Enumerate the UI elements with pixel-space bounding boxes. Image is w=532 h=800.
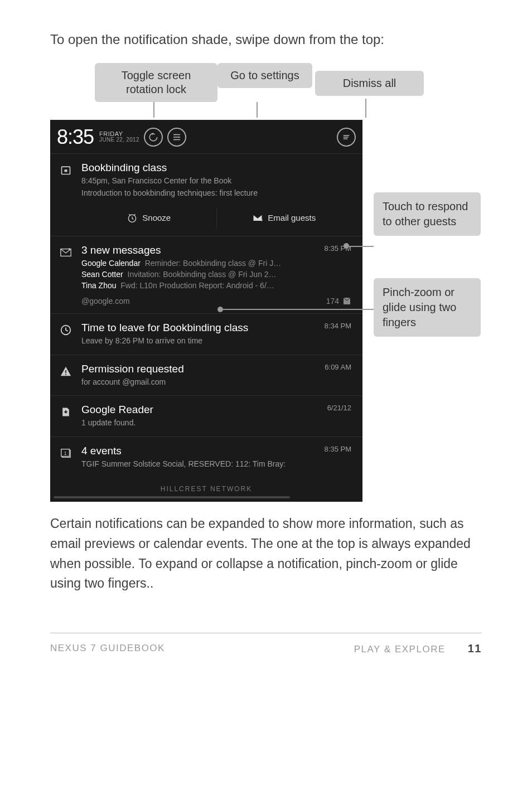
svg-point-1 [178, 137, 179, 138]
callout-go-to-settings: Go to settings [217, 63, 312, 88]
intro-text: To open the notification shade, swipe do… [50, 30, 482, 50]
scroll-indicator [54, 496, 290, 498]
msg-preview: Fwd: L10n Production Report: Android - 6… [120, 281, 274, 290]
dismiss-all-icon[interactable] [337, 128, 356, 147]
notification-subtitle: 8:45pm, San Francisco Center for the Boo… [81, 176, 351, 187]
connector-line [365, 99, 366, 118]
notification-gmail[interactable]: 3 new messages 8:35 PM Google Calendar R… [50, 236, 362, 313]
svg-point-0 [174, 134, 175, 135]
snooze-button[interactable]: Snooze [81, 208, 217, 228]
notification-subtitle: 1 update found. [81, 418, 351, 429]
connector-line [223, 309, 374, 310]
email-guests-button[interactable]: Email guests [217, 208, 352, 228]
notification-title: 4 events [81, 445, 122, 457]
notification-shade-screenshot: 8:35 FRIDAY JUNE 22, 2012 [50, 120, 362, 502]
email-guests-label: Email guests [268, 213, 316, 222]
svg-text:1: 1 [64, 451, 67, 456]
msg-sender: Google Calendar [81, 259, 141, 268]
rotation-lock-icon[interactable] [144, 128, 163, 147]
footer-page-number: 11 [468, 642, 482, 655]
notification-title: Google Reader [81, 404, 153, 416]
notification-subtitle: TGIF Summer Solstice Social, RESERVED: 1… [81, 459, 351, 470]
download-icon [60, 406, 72, 418]
notification-title: Time to leave for Bookbinding class [81, 322, 248, 334]
mail-icon [342, 298, 351, 304]
network-label: HILLCREST NETWORK [50, 477, 362, 496]
callout-dismiss-all: Dismiss all [315, 71, 424, 96]
callout-rotation-lock: Toggle screen rotation lock [95, 63, 217, 102]
notification-google-reader[interactable]: Google Reader 6/21/12 1 update found. [50, 395, 362, 437]
callout-touch-respond: Touch to respond to other guests [374, 192, 481, 236]
callout-pinch-zoom: Pinch-zoom or glide using two fingers [374, 278, 481, 337]
notification-subtitle: Leave by 8:26 PM to arrive on time [81, 336, 351, 347]
msg-preview: Invitation: Bookbinding class @ Fri Jun … [128, 270, 277, 279]
connector-line [153, 102, 154, 118]
notification-title: Permission requested [81, 363, 184, 375]
notification-calendar[interactable]: Bookbinding class 8:45pm, San Francisco … [50, 153, 362, 236]
body-paragraph: Certain notifications can be expanded to… [50, 514, 482, 594]
status-date: JUNE 22, 2012 [99, 137, 139, 143]
notification-time: 6:09 AM [325, 363, 351, 371]
status-time: 8:35 [57, 125, 94, 149]
clock-icon [60, 324, 72, 336]
footer-section: PLAY & EXPLORE [354, 644, 446, 655]
notification-time: 8:34 PM [325, 322, 351, 330]
message-count: 174 [326, 297, 339, 306]
msg-sender: Sean Cotter [81, 270, 123, 279]
notification-permission[interactable]: Permission requested 6:09 AM for account… [50, 355, 362, 396]
notification-title: 3 new messages [81, 244, 161, 256]
account-label: @google.com [81, 297, 130, 306]
calendar-icon [60, 164, 72, 176]
notification-time: 8:35 PM [325, 445, 351, 453]
notification-title: Bookbinding class [81, 162, 351, 174]
svg-rect-9 [65, 370, 66, 373]
connector-line [257, 102, 258, 118]
warning-icon [60, 365, 72, 377]
settings-icon[interactable] [167, 128, 186, 147]
notification-events[interactable]: 1 4 events 8:35 PM TGIF Summer Solstice … [50, 437, 362, 478]
connector-dot [217, 307, 223, 312]
notification-time: 6/21/12 [327, 404, 351, 412]
notification-subtitle: for account @gmail.com [81, 377, 351, 388]
notification-time-to-leave[interactable]: Time to leave for Bookbinding class 8:34… [50, 313, 362, 355]
msg-preview: Reminder: Bookbinding class @ Fri J… [145, 259, 282, 268]
svg-rect-10 [65, 374, 66, 375]
connector-line [349, 246, 374, 247]
connector-dot [344, 243, 349, 249]
msg-sender: Tina Zhou [81, 281, 117, 290]
notification-desc: Introduction to bookbinding techniques: … [81, 188, 351, 199]
svg-point-2 [174, 139, 175, 140]
gmail-icon [60, 246, 72, 259]
svg-rect-4 [65, 169, 67, 172]
snooze-label: Snooze [142, 213, 171, 222]
footer-book-title: NEXUS 7 GUIDEBOOK [50, 643, 165, 654]
calendar-stack-icon: 1 [60, 447, 72, 459]
